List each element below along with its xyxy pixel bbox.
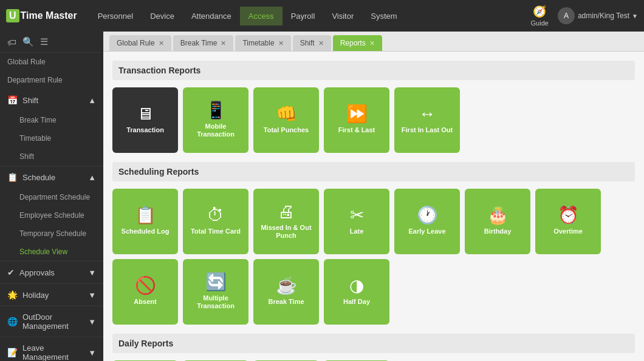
scheduled-log-label: Scheduled Log bbox=[122, 228, 170, 235]
tab-break-time-label: Break Time bbox=[180, 39, 218, 47]
tab-break-time[interactable]: Break Time ✕ bbox=[173, 35, 234, 51]
tab-global-rule-close[interactable]: ✕ bbox=[159, 39, 164, 47]
nav-visitor[interactable]: Visitor bbox=[323, 7, 362, 25]
user-info[interactable]: A admin/King Test ▼ bbox=[558, 7, 638, 24]
nav-items: Personnel Device Attendance Access Payro… bbox=[89, 7, 531, 25]
tab-timetable-close[interactable]: ✕ bbox=[278, 39, 284, 47]
card-half-day[interactable]: ◑ Half Day bbox=[324, 259, 389, 325]
sidebar: 🏷 🔍 ☰ Global Rule Department Rule 📅 Shif… bbox=[0, 32, 103, 361]
nav-personnel[interactable]: Personnel bbox=[89, 7, 142, 25]
break-time-icon: ☕ bbox=[276, 277, 297, 294]
break-time-label: Break Time bbox=[268, 298, 304, 306]
tab-reports-close[interactable]: ✕ bbox=[369, 39, 375, 47]
tab-global-rule[interactable]: Global Rule ✕ bbox=[109, 35, 171, 51]
sidebar-item-timetable[interactable]: Timetable bbox=[0, 129, 103, 147]
tab-reports[interactable]: Reports ✕ bbox=[333, 35, 382, 51]
tabs-bar: Global Rule ✕ Break Time ✕ Timetable ✕ S… bbox=[103, 32, 644, 52]
birthday-label: Birthday bbox=[484, 228, 512, 235]
sidebar-section-outdoor-header[interactable]: 🌐 OutDoor Management ▼ bbox=[0, 306, 103, 337]
sidebar-section-shift-header[interactable]: 📅 Shift ▲ bbox=[0, 89, 103, 111]
sidebar-item-break-time[interactable]: Break Time bbox=[0, 111, 103, 129]
chevron-up-icon2: ▲ bbox=[88, 173, 96, 182]
chevron-down-icon3: ▼ bbox=[88, 291, 96, 300]
content-area: Global Rule ✕ Break Time ✕ Timetable ✕ S… bbox=[103, 32, 644, 361]
mobile-transaction-label: Mobile Transaction bbox=[188, 123, 244, 138]
transaction-card-icon: 🖥 bbox=[137, 106, 154, 123]
birthday-icon: 🎂 bbox=[487, 207, 509, 224]
reports-content: Transaction Reports 🖥 Transaction 📱 Mobi… bbox=[103, 52, 644, 361]
card-late[interactable]: ✂ Late bbox=[324, 189, 389, 254]
nav-attendance[interactable]: Attendance bbox=[183, 7, 240, 25]
daily-reports-title: Daily Reports bbox=[112, 334, 635, 353]
nav-system[interactable]: System bbox=[362, 7, 405, 25]
list-icon[interactable]: ☰ bbox=[40, 36, 48, 47]
tab-break-time-close[interactable]: ✕ bbox=[221, 39, 226, 47]
chevron-down-icon4: ▼ bbox=[88, 317, 96, 326]
card-missed-punch[interactable]: 🖨 Missed In & Out Punch bbox=[253, 189, 319, 254]
sidebar-section-outdoor: 🌐 OutDoor Management ▼ bbox=[0, 306, 103, 337]
card-birthday[interactable]: 🎂 Birthday bbox=[465, 189, 530, 254]
guide-button[interactable]: 🧭 Guide bbox=[531, 5, 549, 27]
search-icon[interactable]: 🔍 bbox=[22, 36, 34, 47]
tab-shift-label: Shift bbox=[300, 39, 315, 47]
card-multiple-transaction[interactable]: 🔄 Multiple Transaction bbox=[183, 259, 248, 325]
schedule-items: Department Schedule Employee Schedule Te… bbox=[0, 188, 103, 261]
approvals-icon: ✔ bbox=[7, 268, 15, 277]
tab-shift[interactable]: Shift ✕ bbox=[293, 35, 331, 51]
sidebar-item-shift[interactable]: Shift bbox=[0, 147, 103, 166]
nav-right: 🧭 Guide A admin/King Test ▼ bbox=[531, 5, 638, 27]
sidebar-item-department-rule[interactable]: Department Rule bbox=[0, 71, 103, 89]
tab-shift-close[interactable]: ✕ bbox=[318, 39, 324, 47]
transaction-reports-title: Transaction Reports bbox=[112, 61, 635, 80]
sidebar-item-dept-schedule[interactable]: Department Schedule bbox=[0, 188, 103, 206]
leave-icon: 📝 bbox=[7, 348, 18, 357]
total-punches-label: Total Punches bbox=[264, 126, 309, 134]
tab-reports-label: Reports bbox=[340, 39, 366, 47]
sidebar-item-schedule-view[interactable]: Schedule View bbox=[0, 243, 103, 261]
missed-punch-icon: 🖨 bbox=[278, 203, 295, 220]
early-leave-label: Early Leave bbox=[408, 228, 445, 235]
missed-punch-label: Missed In & Out Punch bbox=[258, 224, 314, 240]
card-mobile-transaction[interactable]: 📱 Mobile Transaction bbox=[183, 87, 248, 153]
scheduling-cards-grid: 📋 Scheduled Log ⏱ Total Time Card 🖨 Miss… bbox=[112, 189, 635, 325]
sidebar-item-temp-schedule[interactable]: Temporary Schedule bbox=[0, 224, 103, 243]
sidebar-item-emp-schedule[interactable]: Employee Schedule bbox=[0, 206, 103, 224]
overtime-icon: ⏰ bbox=[558, 207, 579, 224]
sidebar-section-holiday-header[interactable]: 🌟 Holiday ▼ bbox=[0, 284, 103, 306]
tag-icon[interactable]: 🏷 bbox=[7, 37, 16, 47]
nav-access[interactable]: Access bbox=[240, 7, 283, 25]
total-punches-icon: 👊 bbox=[276, 106, 297, 123]
shift-items: Break Time Timetable Shift bbox=[0, 111, 103, 166]
leave-label: Leave Management bbox=[22, 343, 88, 361]
tab-timetable-label: Timetable bbox=[242, 39, 274, 47]
nav-payroll[interactable]: Payroll bbox=[283, 7, 324, 25]
card-first-last[interactable]: ⏩ First & Last bbox=[324, 87, 389, 153]
logo-u: U bbox=[6, 9, 19, 22]
card-first-in-last-out[interactable]: ↔ First In Last Out bbox=[394, 87, 460, 153]
sidebar-section-leave-header[interactable]: 📝 Leave Management ▼ bbox=[0, 337, 103, 361]
half-day-icon: ◑ bbox=[349, 277, 364, 294]
card-transaction[interactable]: 🖥 Transaction bbox=[112, 87, 178, 153]
nav-device[interactable]: Device bbox=[142, 7, 183, 25]
logo[interactable]: U Time Master bbox=[6, 9, 77, 22]
overtime-label: Overtime bbox=[553, 228, 583, 235]
sidebar-section-schedule: 📋 Schedule ▲ Department Schedule Employe… bbox=[0, 166, 103, 261]
sidebar-section-schedule-header[interactable]: 📋 Schedule ▲ bbox=[0, 166, 103, 188]
chevron-down-icon: ▼ bbox=[632, 13, 638, 19]
card-total-punches[interactable]: 👊 Total Punches bbox=[253, 87, 319, 153]
shift-label: Shift bbox=[22, 96, 38, 105]
sidebar-item-global-rule[interactable]: Global Rule bbox=[0, 53, 103, 71]
approvals-label: Approvals bbox=[19, 268, 55, 277]
username: admin/King Test bbox=[578, 12, 629, 20]
total-time-card-label: Total Time Card bbox=[191, 228, 241, 235]
card-scheduled-log[interactable]: 📋 Scheduled Log bbox=[112, 189, 178, 254]
half-day-label: Half Day bbox=[343, 298, 370, 306]
card-absent[interactable]: 🚫 Absent bbox=[112, 259, 178, 325]
card-overtime[interactable]: ⏰ Overtime bbox=[535, 189, 601, 254]
card-total-time-card[interactable]: ⏱ Total Time Card bbox=[183, 189, 248, 254]
card-break-time[interactable]: ☕ Break Time bbox=[253, 259, 319, 325]
sidebar-section-approvals-header[interactable]: ✔ Approvals ▼ bbox=[0, 261, 103, 283]
card-early-leave[interactable]: 🕐 Early Leave bbox=[394, 189, 460, 254]
tab-timetable[interactable]: Timetable ✕ bbox=[235, 35, 290, 51]
tab-global-rule-label: Global Rule bbox=[117, 39, 155, 47]
